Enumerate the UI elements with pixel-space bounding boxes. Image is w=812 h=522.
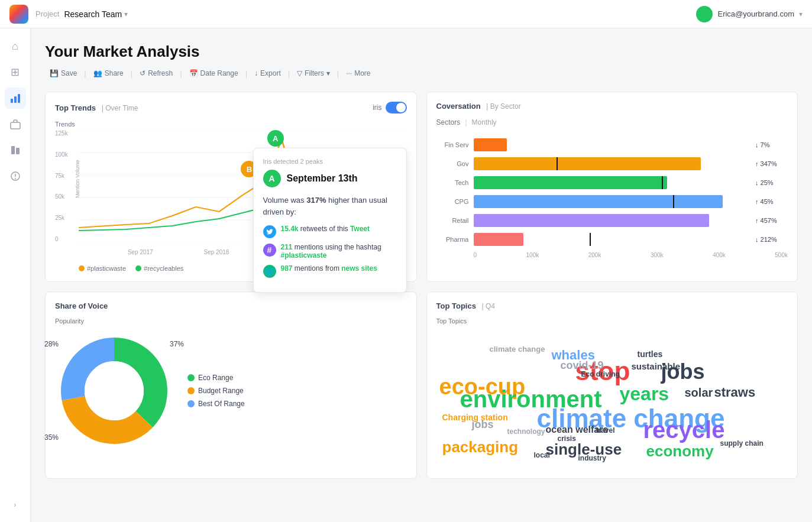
popup-stat-globe: 🌐 987 mentions from news sites [263, 264, 397, 278]
refresh-icon: ↺ [140, 69, 145, 77]
word-climate-change-sm[interactable]: climate change [490, 345, 545, 354]
svg-rect-5 [16, 148, 20, 154]
top-topics-panel: Top Topics | Q4 Top Topics eco-cup stop … [426, 291, 798, 479]
donut-label-best: 28% [44, 340, 59, 348]
word-local[interactable]: local [534, 451, 550, 459]
more-icon: ··· [346, 69, 352, 77]
svg-rect-3 [11, 122, 20, 129]
legend-dot-yellow [79, 265, 85, 271]
word-sustainable[interactable]: sustainable [632, 361, 681, 371]
save-button[interactable]: 💾 Save [45, 67, 82, 80]
word-solar[interactable]: solar [685, 386, 713, 400]
popup-header: A September 13th [263, 170, 397, 187]
iris-popup: Iris detected 2 peaks A September 13th V… [253, 148, 407, 293]
bar-row-cpg: CPG ↑ 45% [436, 195, 788, 208]
user-email: Erica@yourbrand.com [717, 9, 794, 18]
share-button[interactable]: 👥 Share [89, 67, 128, 80]
popup-marker-a: A [263, 170, 281, 187]
iris-toggle[interactable] [386, 102, 407, 114]
conv-x-axis: 0 100k 200k 300k 400k 500k [436, 252, 788, 258]
word-packaging[interactable]: packaging [442, 438, 519, 456]
conversation-title: Coversation [436, 102, 481, 111]
avatar [696, 6, 713, 22]
filter-icon: ▽ [297, 69, 302, 77]
sidebar-expand-button[interactable]: › [5, 494, 26, 515]
conversation-subtitle: | By Sector [486, 102, 520, 111]
iris-toggle-group: iris [373, 102, 406, 114]
sidebar-item-home[interactable]: ⌂ [5, 35, 26, 57]
iris-label: iris [373, 103, 381, 112]
sov-chart-label: Popularity [55, 317, 407, 325]
donut-label-eco: 37% [170, 340, 184, 348]
twitter-icon [263, 225, 276, 238]
trends-chart-svg: A B Iris detected 2 peaks A September 13… [79, 130, 407, 242]
toolbar: 💾 Save | 👥 Share | ↺ Refresh | 📅 Date Ra… [45, 67, 798, 80]
sidebar-item-chart[interactable] [5, 87, 26, 109]
bar-pharma-marker [590, 233, 591, 246]
bar-tech [474, 176, 668, 189]
date-range-button[interactable]: 📅 Date Range [185, 67, 243, 80]
filters-chevron-icon: ▾ [326, 69, 330, 77]
word-cloud: eco-cup stop jobs whales turtles sustain… [436, 327, 788, 469]
topics-header: Top Topics | Q4 [436, 301, 788, 310]
word-travel[interactable]: travel [596, 426, 615, 435]
word-years[interactable]: years [620, 383, 669, 405]
chart-label: Trends [55, 121, 407, 128]
word-straws[interactable]: straws [714, 385, 756, 400]
monthly-label: Monthly [472, 118, 497, 127]
bar-tech-marker [662, 176, 663, 189]
donut-label-budget: 35% [44, 433, 59, 442]
share-of-voice-panel: Share of Voice Popularity [45, 291, 417, 479]
trends-header: Top Trends | Over Time iris [55, 102, 407, 114]
export-button[interactable]: ↓ Export [250, 67, 286, 80]
popup-stat-twitter: 15.4k retweets of this Tweet [263, 225, 397, 238]
trends-title-group: Top Trends | Over Time [55, 103, 138, 112]
word-technology[interactable]: technology [507, 427, 545, 436]
legend-recycleables: #recycleables [135, 265, 183, 272]
word-supply-chain[interactable]: supply chain [720, 439, 764, 448]
save-icon: 💾 [50, 69, 59, 77]
legend-dot-green [135, 265, 141, 271]
project-label: Project [35, 9, 59, 18]
svg-point-8 [15, 178, 16, 179]
more-button[interactable]: ··· More [341, 67, 375, 80]
topics-title: Top Topics [436, 301, 476, 310]
bar-row-retail: Retail ↑ 457% [436, 214, 788, 227]
word-recycle[interactable]: recycle [643, 417, 725, 443]
word-industry[interactable]: industry [578, 454, 606, 462]
word-eco-driving[interactable]: Eco driving [581, 370, 620, 378]
donut-chart: 37% 35% 28% [55, 332, 173, 450]
sidebar-item-briefcase[interactable] [5, 114, 26, 135]
sov-header: Share of Voice [55, 301, 407, 310]
refresh-button[interactable]: ↺ Refresh [135, 67, 177, 80]
bar-gov-marker [557, 157, 558, 170]
sov-dot-best [187, 400, 195, 407]
sidebar-item-bar[interactable] [5, 140, 26, 161]
team-name: Research Team [64, 9, 122, 19]
chevron-down-icon: ▾ [124, 10, 128, 18]
svg-rect-1 [14, 96, 17, 103]
sidebar-item-alert[interactable] [5, 166, 26, 187]
sectors-label: Sectors [436, 118, 461, 127]
word-turtles[interactable]: turtles [638, 349, 663, 359]
topics-subtitle: | Q4 [482, 302, 495, 310]
word-economy[interactable]: economy [646, 442, 714, 461]
filters-button[interactable]: ▽ Filters ▾ [292, 67, 335, 80]
popup-date: September 13th [287, 173, 358, 184]
trends-panel: Top Trends | Over Time iris Trends 125k … [45, 92, 417, 282]
sov-legend: Eco Range Budget Range Best Of Range [187, 374, 245, 408]
svg-rect-2 [18, 94, 20, 103]
sidebar-item-grid[interactable]: ⊞ [5, 61, 26, 83]
svg-point-18 [85, 361, 144, 420]
word-jobs-sm[interactable]: jobs [472, 419, 494, 431]
dashboard-grid: Top Trends | Over Time iris Trends 125k … [45, 92, 798, 479]
sov-dot-budget [187, 387, 195, 394]
bar-retail [474, 214, 709, 227]
marker-a: A [267, 130, 284, 147]
sov-legend-budget: Budget Range [187, 387, 245, 395]
y-axis-labels: 125k 100k 75k 50k 25k 0 [55, 130, 76, 242]
team-selector[interactable]: Research Team ▾ [64, 9, 128, 19]
trends-title: Top Trends [55, 103, 96, 112]
svg-rect-4 [11, 146, 15, 154]
toggle-knob [396, 103, 406, 112]
